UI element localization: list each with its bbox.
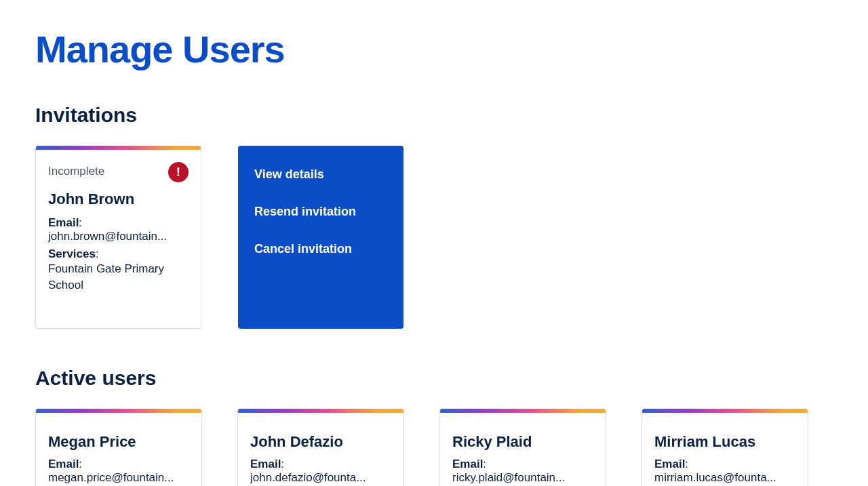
active-users-row: Megan Price Email: megan.price@fountain.… [35, 409, 833, 486]
invitation-actions-panel: View details Resend invitation Cancel in… [238, 146, 403, 329]
invitation-user-name: John Brown [48, 190, 189, 208]
active-user-card[interactable]: Ricky Plaid Email: ricky.plaid@fountain.… [439, 409, 606, 486]
page-title: Manage Users [35, 27, 833, 71]
email-label: Email [452, 458, 483, 470]
active-user-name: Megan Price [48, 433, 189, 451]
active-user-card[interactable]: Megan Price Email: megan.price@fountain.… [35, 409, 202, 486]
services-label: Services [48, 247, 96, 260]
email-value: ricky.plaid@fountain... [452, 471, 593, 485]
email-label: Email [250, 458, 281, 470]
active-user-name: Mirriam Lucas [654, 433, 795, 451]
email-value: mirriam.lucas@founta... [654, 471, 795, 485]
email-label: Email [48, 458, 79, 470]
email-label: Email [654, 458, 685, 470]
services-value: Fountain Gate Primary School [48, 261, 189, 293]
email-value: megan.price@fountain... [48, 471, 189, 485]
invitation-status: Incomplete [48, 162, 104, 178]
email-value: john.defazio@founta... [250, 471, 391, 485]
active-user-card[interactable]: Mirriam Lucas Email: mirriam.lucas@fount… [642, 409, 808, 486]
active-user-name: Ricky Plaid [452, 433, 593, 451]
view-details-button[interactable]: View details [254, 161, 387, 188]
email-value: john.brown@fountain... [48, 230, 189, 243]
alert-icon: ! [168, 162, 189, 182]
email-label: Email [48, 216, 79, 229]
invitation-card[interactable]: Incomplete ! John Brown Email: john.brow… [35, 146, 201, 329]
active-user-name: John Defazio [250, 433, 391, 451]
invitations-row: Incomplete ! John Brown Email: john.brow… [35, 146, 833, 329]
active-users-heading: Active users [35, 367, 833, 390]
resend-invitation-button[interactable]: Resend invitation [254, 198, 387, 226]
invitations-heading: Invitations [35, 104, 833, 127]
active-user-card[interactable]: John Defazio Email: john.defazio@founta.… [237, 409, 404, 486]
cancel-invitation-button[interactable]: Cancel invitation [254, 235, 387, 263]
